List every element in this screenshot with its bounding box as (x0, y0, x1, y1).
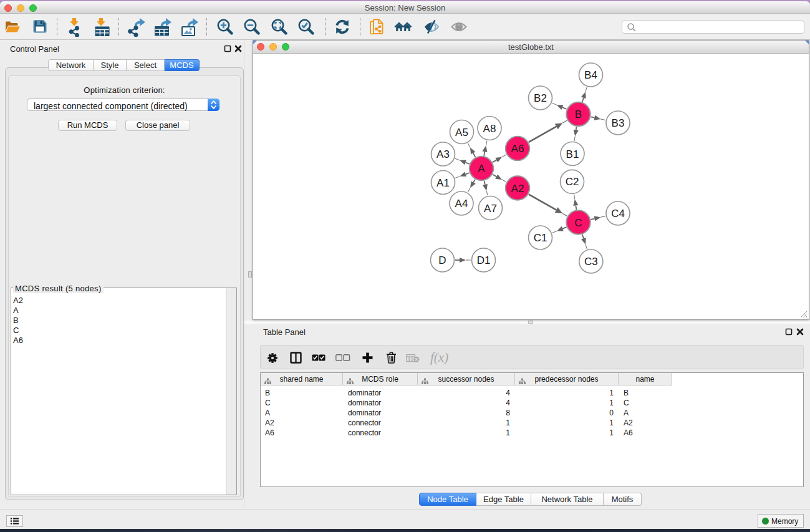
svg-text:B2: B2 (534, 92, 547, 104)
svg-text:B3: B3 (612, 117, 625, 129)
svg-text:B4: B4 (584, 69, 597, 81)
svg-text:A8: A8 (483, 123, 496, 135)
svg-text:A6: A6 (511, 143, 524, 155)
svg-text:A2: A2 (511, 183, 524, 195)
svg-text:B1: B1 (566, 148, 579, 160)
svg-text:A: A (478, 163, 485, 175)
svg-text:A7: A7 (484, 203, 497, 215)
svg-text:C1: C1 (534, 232, 547, 244)
svg-text:A1: A1 (436, 177, 450, 189)
svg-text:A5: A5 (455, 127, 468, 138)
svg-text:C2: C2 (566, 176, 579, 188)
svg-text:D: D (438, 254, 446, 266)
svg-text:A3: A3 (436, 148, 450, 160)
svg-text:C: C (574, 217, 582, 229)
svg-text:A4: A4 (455, 198, 468, 210)
svg-text:C4: C4 (611, 208, 625, 220)
svg-text:C3: C3 (584, 256, 598, 268)
svg-text:D1: D1 (477, 254, 491, 266)
svg-text:B: B (575, 109, 582, 120)
